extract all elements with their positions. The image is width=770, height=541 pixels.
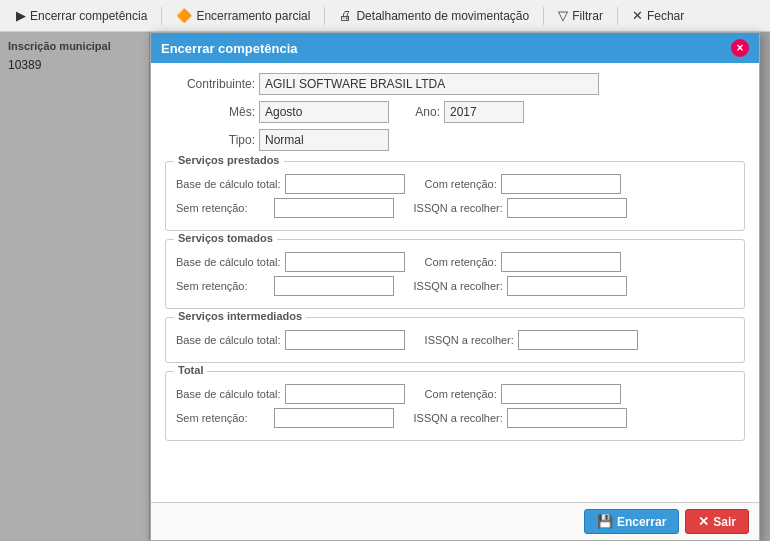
tomados-row-1: Base de cálculo total: Com retenção: [176, 252, 734, 272]
total-issqn-group: ISSQN a recolher: [414, 408, 627, 428]
total-base-label: Base de cálculo total: [176, 388, 281, 400]
prestados-com-ret-input[interactable] [501, 174, 621, 194]
total-row-1: Base de cálculo total: Com retenção: [176, 384, 734, 404]
contribuinte-row: Contribuinte: [165, 73, 745, 95]
toolbar-separator [161, 7, 162, 25]
intermediados-row-1: Base de cálculo total: ISSQN a recolher: [176, 330, 734, 350]
toolbar-separator3 [543, 7, 544, 25]
section-servicos-prestados: Serviços prestados Base de cálculo total… [165, 161, 745, 231]
intermediados-base-label: Base de cálculo total: [176, 334, 281, 346]
section-servicos-intermediados: Serviços intermediados Base de cálculo t… [165, 317, 745, 363]
toolbar-btn-encerrar[interactable]: ▶ Encerrar competência [8, 5, 155, 26]
intermediados-issqn-label: ISSQN a recolher: [425, 334, 514, 346]
ano-input[interactable] [444, 101, 524, 123]
tomados-rows: Base de cálculo total: Com retenção: Sem… [176, 252, 734, 296]
sair-button[interactable]: ✕ Sair [685, 509, 749, 534]
prestados-sem-ret-input[interactable] [274, 198, 394, 218]
save-icon: 💾 [597, 514, 613, 529]
dialog-body: Contribuinte: Mês: Ano: Tipo: Serviços p… [151, 63, 759, 502]
section-prestados-legend: Serviços prestados [174, 154, 284, 166]
total-base-input[interactable] [285, 384, 405, 404]
intermediados-issqn-group: ISSQN a recolher: [425, 330, 638, 350]
toolbar-separator2 [324, 7, 325, 25]
prestados-base-group: Base de cálculo total: [176, 174, 405, 194]
tomados-com-ret-label: Com retenção: [425, 256, 497, 268]
tomados-issqn-group: ISSQN a recolher: [414, 276, 627, 296]
section-total-legend: Total [174, 364, 207, 376]
contribuinte-input[interactable] [259, 73, 599, 95]
prestados-sem-ret-group: Sem retenção: [176, 198, 394, 218]
total-com-ret-label: Com retenção: [425, 388, 497, 400]
tipo-input[interactable] [259, 129, 389, 151]
prestados-issqn-group: ISSQN a recolher: [414, 198, 627, 218]
total-issqn-input[interactable] [507, 408, 627, 428]
dialog-title: Encerrar competência [161, 41, 298, 56]
toolbar-btn-detalhamento[interactable]: 🖨 Detalhamento de movimentação [331, 5, 537, 26]
mes-ano-row: Mês: Ano: [165, 101, 745, 123]
arrow-icon: ▶ [16, 8, 26, 23]
toolbar-btn-filtrar[interactable]: ▽ Filtrar [550, 5, 611, 26]
ano-label: Ano: [405, 105, 440, 119]
prestados-com-ret-group: Com retenção: [425, 174, 621, 194]
tomados-base-label: Base de cálculo total: [176, 256, 281, 268]
tipo-row: Tipo: [165, 129, 745, 151]
tomados-issqn-label: ISSQN a recolher: [414, 280, 503, 292]
dialog-close-button[interactable]: × [731, 39, 749, 57]
prestados-row-2: Sem retenção: ISSQN a recolher: [176, 198, 734, 218]
dialog-header: Encerrar competência × [151, 33, 759, 63]
total-sem-ret-label: Sem retenção: [176, 412, 248, 424]
toolbar: ▶ Encerrar competência 🔶 Encerramento pa… [0, 0, 770, 32]
section-tomados-legend: Serviços tomados [174, 232, 277, 244]
tomados-base-group: Base de cálculo total: [176, 252, 405, 272]
tomados-sem-ret-label: Sem retenção: [176, 280, 248, 292]
dialog: Encerrar competência × Contribuinte: Mês… [150, 32, 760, 541]
prestados-sem-ret-label: Sem retenção: [176, 202, 248, 214]
intermediados-rows: Base de cálculo total: ISSQN a recolher: [176, 330, 734, 350]
prestados-base-input[interactable] [285, 174, 405, 194]
tomados-row-2: Sem retenção: ISSQN a recolher: [176, 276, 734, 296]
toolbar-btn-encerramento[interactable]: 🔶 Encerramento parcial [168, 5, 318, 26]
total-com-ret-group: Com retenção: [425, 384, 621, 404]
detail-icon: 🖨 [339, 8, 352, 23]
intermediados-base-input[interactable] [285, 330, 405, 350]
mes-input[interactable] [259, 101, 389, 123]
prestados-issqn-label: ISSQN a recolher: [414, 202, 503, 214]
prestados-com-ret-label: Com retenção: [425, 178, 497, 190]
close-x-icon: ✕ [632, 8, 643, 23]
section-servicos-tomados: Serviços tomados Base de cálculo total: … [165, 239, 745, 309]
tomados-com-ret-group: Com retenção: [425, 252, 621, 272]
contribuinte-label: Contribuinte: [165, 77, 255, 91]
prestados-row-1: Base de cálculo total: Com retenção: [176, 174, 734, 194]
tipo-label: Tipo: [165, 133, 255, 147]
section-total: Total Base de cálculo total: Com retençã… [165, 371, 745, 441]
intermediados-base-group: Base de cálculo total: [176, 330, 405, 350]
prestados-rows: Base de cálculo total: Com retenção: Sem… [176, 174, 734, 218]
total-sem-ret-input[interactable] [274, 408, 394, 428]
toolbar-btn-fechar[interactable]: ✕ Fechar [624, 5, 692, 26]
mes-label: Mês: [165, 105, 255, 119]
partial-icon: 🔶 [176, 8, 192, 23]
total-base-group: Base de cálculo total: [176, 384, 405, 404]
tomados-com-ret-input[interactable] [501, 252, 621, 272]
total-issqn-label: ISSQN a recolher: [414, 412, 503, 424]
prestados-issqn-input[interactable] [507, 198, 627, 218]
encerrar-button[interactable]: 💾 Encerrar [584, 509, 679, 534]
dialog-footer: 💾 Encerrar ✕ Sair [151, 502, 759, 540]
toolbar-separator4 [617, 7, 618, 25]
section-intermediados-legend: Serviços intermediados [174, 310, 306, 322]
intermediados-issqn-input[interactable] [518, 330, 638, 350]
tomados-sem-ret-input[interactable] [274, 276, 394, 296]
tomados-sem-ret-group: Sem retenção: [176, 276, 394, 296]
total-rows: Base de cálculo total: Com retenção: Sem… [176, 384, 734, 428]
prestados-base-label: Base de cálculo total: [176, 178, 281, 190]
total-row-2: Sem retenção: ISSQN a recolher: [176, 408, 734, 428]
filter-icon: ▽ [558, 8, 568, 23]
total-com-ret-input[interactable] [501, 384, 621, 404]
exit-icon: ✕ [698, 514, 709, 529]
tomados-issqn-input[interactable] [507, 276, 627, 296]
tomados-base-input[interactable] [285, 252, 405, 272]
total-sem-ret-group: Sem retenção: [176, 408, 394, 428]
